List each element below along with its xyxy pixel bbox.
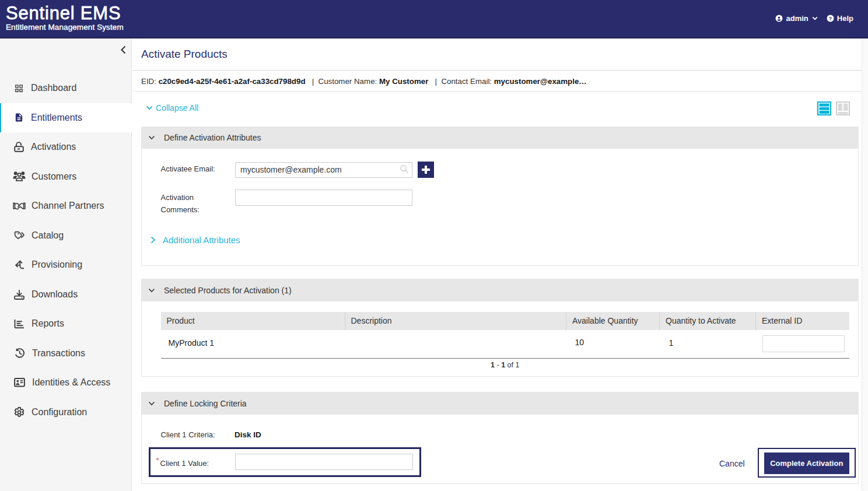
svg-text:?: ?: [829, 16, 832, 22]
